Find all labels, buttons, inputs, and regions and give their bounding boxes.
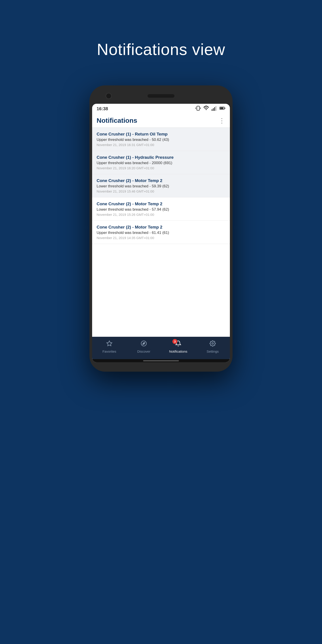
phone-earpiece	[148, 94, 174, 98]
notification-date: November 21, 2019 15:46 GMT+01:00	[96, 190, 226, 193]
svg-rect-9	[220, 107, 224, 109]
home-bar	[143, 360, 179, 361]
nav-item-favorites[interactable]: Favorites	[98, 340, 120, 353]
svg-rect-5	[214, 107, 215, 111]
nav-item-discover[interactable]: Discover	[132, 340, 155, 353]
phone-bottom-bar	[92, 362, 230, 369]
notification-description: Upper threshold was breached - 61.41 (61…	[96, 230, 226, 235]
nav-item-settings[interactable]: Settings	[202, 340, 224, 353]
notifications-list: Cone Crusher (1) - Return Oil TempUpper …	[92, 128, 230, 337]
app-header-title: Notifications	[96, 117, 137, 124]
nav-label-notifications: Notifications	[169, 350, 188, 353]
notification-item[interactable]: Cone Crusher (2) - Motor Temp 2Lower thr…	[92, 174, 230, 198]
phone-screen: 16:38	[92, 104, 230, 362]
notification-date: November 21, 2019 14:35 GMT+01:00	[96, 236, 226, 240]
nav-label-discover: Discover	[137, 350, 150, 353]
notification-item[interactable]: Cone Crusher (2) - Motor Temp 2Lower thr…	[92, 198, 230, 221]
vibrate-icon	[195, 105, 201, 112]
notification-title: Cone Crusher (2) - Motor Temp 2	[96, 202, 226, 206]
bottom-nav: Favorites Discover	[92, 337, 230, 359]
signal-icon	[211, 105, 217, 112]
app-header: Notifications ⋮	[92, 114, 230, 128]
svg-rect-0	[197, 106, 200, 110]
notification-title: Cone Crusher (2) - Motor Temp 2	[96, 178, 226, 183]
home-indicator	[92, 359, 230, 362]
svg-rect-6	[216, 106, 216, 111]
svg-rect-3	[212, 109, 212, 111]
wifi-icon	[203, 105, 209, 112]
battery-icon	[219, 105, 226, 112]
notification-description: Lower threshold was breached - 57.94 (62…	[96, 207, 226, 212]
notification-title: Cone Crusher (2) - Motor Temp 2	[96, 225, 226, 230]
svg-marker-10	[107, 341, 112, 346]
svg-marker-12	[143, 342, 145, 344]
status-time: 16:38	[96, 106, 108, 111]
notification-description: Upper threshold was breached - 50.62 (43…	[96, 138, 226, 142]
status-icons	[195, 105, 226, 112]
notification-badge: 3	[172, 339, 177, 344]
notification-item[interactable]: Cone Crusher (1) - Hydraulic PressureUpp…	[92, 151, 230, 174]
notification-date: November 21, 2019 16:31 GMT+01:00	[96, 143, 226, 147]
more-options-button[interactable]: ⋮	[219, 117, 226, 124]
status-bar: 16:38	[92, 104, 230, 114]
nav-label-favorites: Favorites	[102, 350, 116, 353]
compass-icon	[141, 340, 147, 348]
phone-camera	[106, 93, 112, 99]
star-icon	[106, 340, 112, 348]
notification-description: Lower threshold was breached - 59.39 (62…	[96, 184, 226, 188]
notification-date: November 21, 2019 15:26 GMT+01:00	[96, 213, 226, 216]
page-title: Notifications view	[97, 40, 225, 58]
nav-label-settings: Settings	[206, 350, 219, 353]
gear-icon	[210, 340, 216, 348]
nav-item-notifications[interactable]: 3 Notifications	[167, 340, 190, 353]
notification-title: Cone Crusher (1) - Return Oil Temp	[96, 132, 226, 137]
svg-point-13	[212, 343, 214, 344]
notification-description: Upper threshold was breached - 20000 (69…	[96, 161, 226, 165]
phone-top-bar	[92, 88, 230, 104]
phone-device: 16:38	[90, 86, 232, 372]
notification-title: Cone Crusher (1) - Hydraulic Pressure	[96, 155, 226, 160]
notification-date: November 21, 2019 16:20 GMT+01:00	[96, 166, 226, 170]
svg-rect-4	[213, 108, 214, 111]
notification-item[interactable]: Cone Crusher (1) - Return Oil TempUpper …	[92, 128, 230, 151]
bell-icon: 3	[175, 340, 181, 348]
notification-item[interactable]: Cone Crusher (2) - Motor Temp 2Upper thr…	[92, 221, 230, 244]
